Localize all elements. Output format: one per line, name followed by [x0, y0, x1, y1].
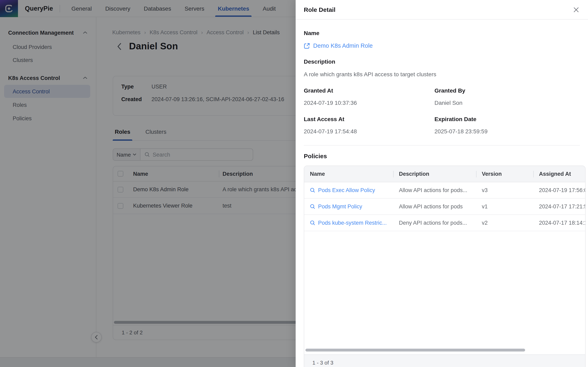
drawer-title: Role Detail — [304, 6, 336, 13]
role-name-link[interactable]: Demo K8s Admin Role — [304, 42, 580, 49]
policy-row: Pods Mgmt Policy Allow API actions for p… — [304, 199, 585, 215]
policies-heading: Policies — [304, 152, 580, 159]
granted-at-label: Granted At — [304, 87, 434, 94]
description-field-value: A role which grants k8s API access to ta… — [304, 71, 580, 78]
last-access-label: Last Access At — [304, 116, 434, 123]
external-link-icon — [304, 43, 310, 49]
search-icon — [310, 220, 315, 225]
column-header-description[interactable]: Description — [393, 171, 476, 177]
close-button[interactable] — [572, 6, 580, 14]
expiration-value: 2025-07-18 23:59:59 — [434, 128, 580, 135]
policies-table: Name Description Version Assigned At Pod… — [304, 166, 586, 367]
column-divider — [533, 171, 534, 177]
column-header-name[interactable]: Name — [304, 171, 393, 177]
expiration-label: Expiration Date — [434, 116, 580, 123]
role-name-link-label: Demo K8s Admin Role — [313, 42, 373, 49]
policy-version-cell: v3 — [476, 187, 533, 193]
policy-link[interactable]: Pods Mgmt Policy — [318, 203, 362, 210]
horizontal-scrollbar[interactable] — [305, 349, 525, 351]
policy-assigned-at-cell: 2024-07-17 18:14:1 — [533, 220, 586, 226]
role-detail-drawer: Role Detail Name Demo K8s Admin Role Des… — [296, 0, 588, 367]
policy-description-cell: Allow API actions for pods — [393, 203, 476, 210]
description-field-label: Description — [304, 58, 580, 65]
expiration-field: Expiration Date 2025-07-18 23:59:59 — [434, 116, 580, 135]
close-icon — [573, 7, 579, 12]
policy-version-cell: v1 — [476, 203, 533, 210]
search-icon — [310, 188, 315, 193]
column-divider — [476, 171, 476, 177]
policy-row: Pods kube-system Restric... Deny API act… — [304, 215, 585, 231]
drawer-body: Name Demo K8s Admin Role Description A r… — [296, 20, 588, 367]
app-window: QueryPie General Discovery Databases Ser… — [0, 0, 588, 367]
policy-row: Pods Exec Allow Policy Allow API actions… — [304, 182, 585, 199]
policy-link[interactable]: Pods Exec Allow Policy — [318, 187, 375, 193]
policies-table-header: Name Description Version Assigned At — [304, 166, 585, 182]
policy-description-cell: Deny API actions for pods... — [393, 220, 476, 226]
search-icon — [310, 204, 315, 209]
policies-table-pagination: 1 - 3 of 3 — [304, 354, 585, 367]
column-header-version[interactable]: Version — [476, 171, 533, 177]
column-header-assigned-at[interactable]: Assigned At — [533, 171, 585, 177]
detail-fields-grid: Granted At 2024-07-19 10:37:36 Granted B… — [304, 87, 580, 135]
policy-name-cell: Pods Mgmt Policy — [304, 203, 393, 210]
policy-description-cell: Allow API actions for pods... — [393, 187, 476, 193]
policy-assigned-at-cell: 2024-07-19 17:56:0 — [533, 187, 586, 193]
name-field-label: Name — [304, 20, 580, 37]
policy-link[interactable]: Pods kube-system Restric... — [318, 220, 387, 226]
policy-assigned-at-cell: 2024-07-17 17:21:5 — [533, 203, 586, 210]
policy-name-cell: Pods kube-system Restric... — [304, 220, 393, 226]
last-access-value: 2024-07-19 17:54:48 — [304, 128, 434, 135]
last-access-field: Last Access At 2024-07-19 17:54:48 — [304, 116, 434, 135]
policy-name-cell: Pods Exec Allow Policy — [304, 187, 393, 193]
section-divider — [304, 145, 580, 146]
drawer-header: Role Detail — [296, 0, 588, 20]
column-divider — [393, 171, 394, 177]
granted-at-value: 2024-07-19 10:37:36 — [304, 100, 434, 106]
granted-by-label: Granted By — [434, 87, 580, 94]
granted-at-field: Granted At 2024-07-19 10:37:36 — [304, 87, 434, 106]
granted-by-value: Daniel Son — [434, 100, 580, 106]
granted-by-field: Granted By Daniel Son — [434, 87, 580, 106]
policy-version-cell: v2 — [476, 220, 533, 226]
